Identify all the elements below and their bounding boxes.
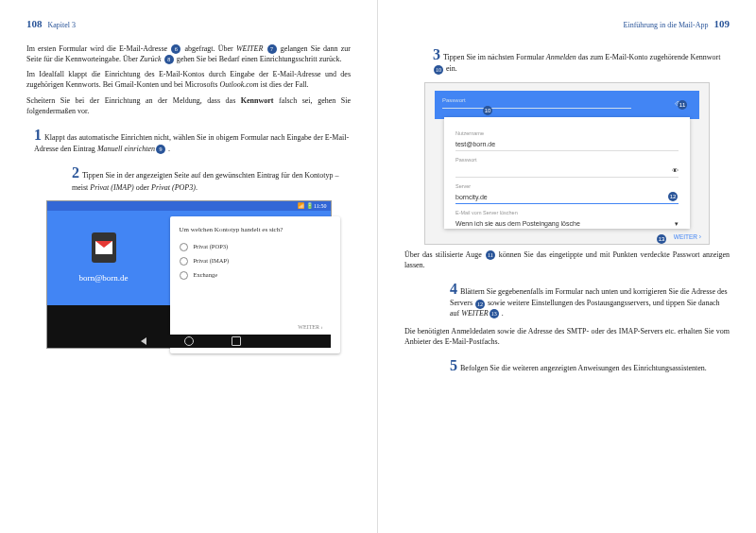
step-number-4: 4 [450, 281, 457, 297]
paragraph: Die benötigten Anmeldedaten sowie die Ad… [404, 327, 730, 348]
step-number-3: 3 [433, 46, 440, 62]
paragraph: Im Idealfall klappt die Einrichtung des … [26, 70, 351, 91]
weiter-button[interactable]: WEITER › [674, 233, 701, 242]
page-number: 108 [26, 17, 43, 31]
page-108: 108 Kapitel 3 Im ersten Formular wird di… [0, 0, 378, 533]
recents-icon[interactable] [232, 336, 241, 346]
password-label: Passwort [455, 157, 679, 163]
page-header: Einführung in die Mail-App 109 [404, 17, 730, 31]
callout-13: 13 [490, 309, 499, 318]
callout-8: 8 [164, 55, 174, 64]
screenshot-body: born@born.de Um welchen Kontotyp handelt… [47, 211, 331, 305]
step-5: 5Befolgen Sie die weiteren angezeigten A… [450, 355, 730, 376]
paragraph: Scheitern Sie bei der Einrichtung an der… [26, 96, 351, 117]
gmail-icon [92, 232, 116, 263]
callout-13-marker: 13 [657, 234, 666, 244]
radio-icon [180, 257, 188, 266]
radio-exchange[interactable]: Exchange [180, 271, 331, 280]
callout-10: 10 [434, 65, 443, 75]
weiter-button[interactable]: WEITER › [298, 323, 322, 331]
password-field[interactable]: 👁 [455, 164, 679, 178]
step-3: 3Tippen Sie im nächsten Formular Anmelde… [433, 44, 730, 75]
step-number-1: 1 [34, 127, 42, 143]
username-field[interactable]: test@born.de [455, 138, 679, 151]
radio-icon [180, 271, 188, 280]
callout-9: 9 [156, 145, 165, 154]
delete-label: E-Mail vom Server löschen [455, 210, 679, 216]
delete-select[interactable]: Wenn ich sie aus dem Posteingang lösche▾ [455, 217, 679, 231]
paragraph: Im ersten Formular wird die E-Mail-Adres… [26, 44, 351, 65]
screenshot-header-band [435, 91, 699, 119]
step-number-2: 2 [72, 164, 79, 181]
step-2: 2Tippen Sie in der angezeigten Seite auf… [72, 163, 351, 193]
chapter-label: Einführung in die Mail-App [624, 21, 709, 31]
home-icon[interactable] [184, 336, 194, 346]
server-field[interactable]: borncity.de12 [455, 190, 679, 204]
radio-pop3[interactable]: Privat (POP3) [180, 243, 331, 251]
paragraph: Über das stilisierte Auge 11 können Sie … [404, 250, 730, 271]
chevron-down-icon: ▾ [675, 219, 679, 228]
radio-icon [180, 243, 188, 251]
page-109: Einführung in die Mail-App 109 3Tippen S… [378, 0, 756, 533]
status-bar: 📶 🔋 11:50 [47, 201, 331, 211]
step-4: 4Blättern Sie gegebenenfalls im Formular… [450, 279, 730, 319]
account-type-card: Um welchen Kontotyp handelt es sich? Pri… [170, 216, 340, 353]
step-number-5: 5 [450, 357, 457, 373]
page-header: 108 Kapitel 3 [26, 17, 351, 31]
login-card: Nutzername test@born.de Passwort 👁 Serve… [444, 117, 690, 229]
radio-imap[interactable]: Privat (IMAP) [180, 257, 331, 266]
chapter-label: Kapitel 3 [48, 21, 77, 31]
eye-icon[interactable]: 👁 [672, 166, 679, 175]
callout-11: 11 [486, 250, 495, 260]
screenshot-login-form: Passwort 10 👁 11 Nutzername test@born.de… [424, 82, 710, 245]
callout-12-marker: 12 [668, 192, 678, 201]
callout-6: 6 [171, 44, 180, 54]
bg-password-line [442, 108, 631, 109]
callout-12: 12 [475, 300, 485, 309]
email-address-display: born@born.de [78, 272, 128, 284]
bg-password-label: Passwort [442, 96, 466, 104]
screenshot-sidebar: born@born.de [47, 211, 161, 305]
back-icon[interactable] [137, 337, 146, 345]
server-label: Server [455, 183, 679, 190]
step-1: 1Klappt das automatische Einrichten nich… [34, 125, 351, 155]
page-number: 109 [714, 17, 730, 31]
username-label: Nutzername [455, 130, 679, 137]
card-question: Um welchen Kontotyp handelt es sich? [180, 226, 331, 234]
android-nav-bar [47, 335, 331, 348]
screenshot-account-type: 📶 🔋 11:50 born@born.de Um welchen Kontot… [46, 200, 332, 349]
callout-7: 7 [267, 44, 277, 54]
